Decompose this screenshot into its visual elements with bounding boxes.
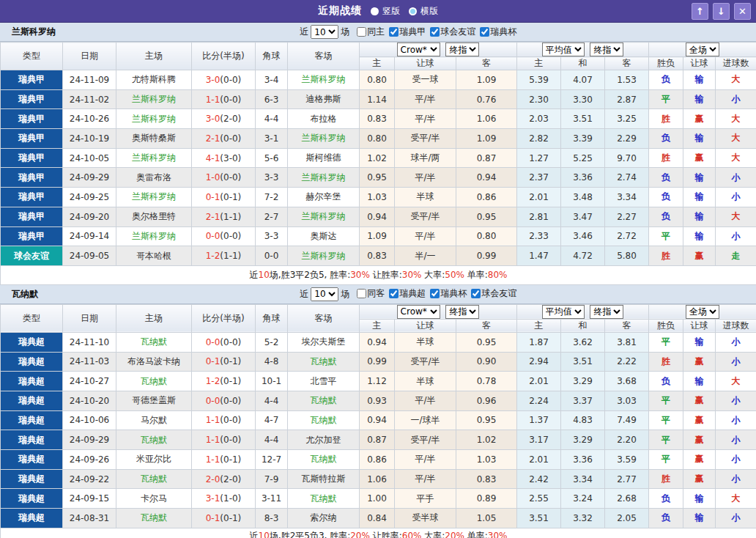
odds-home-cell: 0.94 <box>360 332 395 352</box>
near-label: 近 <box>300 288 308 301</box>
odds-away-cell: 0.83 <box>456 469 517 489</box>
result-goals-cell: 大 <box>716 129 756 149</box>
filter-checkbox-input[interactable] <box>357 289 366 298</box>
away-team-cell: 斯柯维德 <box>288 148 360 168</box>
vertical-radio-label[interactable]: 竖版 <box>382 5 400 18</box>
match-count-select[interactable]: 10 <box>311 25 338 39</box>
match-row: 瑞典甲24-09-25兰斯科罗纳0-1(0-1)7-2赫尔辛堡1.03半球0.8… <box>1 188 756 207</box>
odds-home-cell: 0.84 <box>360 509 395 528</box>
league-type-cell: 瑞典甲 <box>1 148 63 168</box>
filter-checkbox-input[interactable] <box>430 289 440 298</box>
filter-checkbox-input[interactable] <box>389 289 399 298</box>
date-cell: 24-09-05 <box>63 246 116 266</box>
match-count-select[interactable]: 10 <box>311 287 338 301</box>
league-type-cell: 瑞典甲 <box>1 226 63 246</box>
filter-checkbox[interactable]: 球会友谊 <box>427 26 475 38</box>
filter-checkbox[interactable]: 同主 <box>354 26 385 38</box>
match-row: 瑞典超24-08-31瓦纳默0-1(0-1)8-3索尔纳0.84受半球1.053… <box>1 509 756 528</box>
avg-draw-cell: 3.39 <box>561 129 605 149</box>
score-cell: 0-1(0-1) <box>192 509 256 528</box>
odds-stage-select[interactable]: 终指 <box>445 305 479 319</box>
match-row: 瑞典甲24-11-09尤特斯科腾3-0(0-0)3-4兰斯科罗纳0.80受一球1… <box>1 70 756 90</box>
filter-checkbox-input[interactable] <box>480 27 489 37</box>
filter-checkbox-input[interactable] <box>471 289 481 298</box>
filter-checkbox[interactable]: 同客 <box>354 287 385 300</box>
avg-stage-select[interactable]: 终指 <box>590 43 623 56</box>
score-cell: 1-1(0-0) <box>192 410 256 430</box>
filter-checkbox[interactable]: 瑞典甲 <box>386 26 426 38</box>
away-team-cell: 索尔纳 <box>288 509 360 528</box>
result-handicap-cell: 赢 <box>683 109 716 129</box>
away-team-cell: 瓦纳默 <box>288 391 360 410</box>
odds-home-cell: 0.83 <box>360 246 395 266</box>
scope-select[interactable]: 全场 <box>686 43 719 56</box>
odds-handicap-cell: 受平/半 <box>395 129 456 149</box>
odds-stage-select[interactable]: 终指 <box>445 43 479 56</box>
col-avg-away: 客 <box>605 57 649 70</box>
scope-select[interactable]: 全场 <box>686 305 719 319</box>
corner-cell: 4-8 <box>256 352 288 372</box>
avg-draw-cell: 3.48 <box>561 188 605 207</box>
avg-home-cell: 2.01 <box>517 188 561 207</box>
match-row: 瑞典超24-09-26米亚尔比1-1(0-1)12-7瓦纳默0.86平/半1.0… <box>1 450 756 470</box>
close-button[interactable]: ✕ <box>734 3 751 20</box>
avg-home-cell: 2.55 <box>517 489 561 509</box>
filter-checkbox-label: 球会友谊 <box>481 287 516 300</box>
result-handicap-cell: 赢 <box>683 148 716 168</box>
scroll-up-button[interactable]: ↑ <box>692 3 708 20</box>
avg-home-cell: 1.27 <box>517 148 561 168</box>
avg-draw-cell: 3.37 <box>561 391 605 410</box>
col-date: 日期 <box>63 304 116 332</box>
bookmaker-select[interactable]: Crow* <box>397 43 440 56</box>
scroll-down-button[interactable]: ↓ <box>713 3 730 20</box>
date-cell: 24-10-26 <box>63 109 116 129</box>
avg-away-cell: 2.20 <box>605 430 649 450</box>
avg-draw-cell: 4.07 <box>561 70 605 90</box>
score-cell: 0-1(0-1) <box>192 352 256 372</box>
result-handicap-cell: 输 <box>683 188 716 207</box>
odds-away-cell: 0.99 <box>456 246 517 266</box>
average-select[interactable]: 平均值 <box>542 305 585 319</box>
filter-checkbox[interactable]: 瑞典超 <box>386 287 426 300</box>
summary-segment: 20% <box>350 531 370 538</box>
result-wdl-cell: 负 <box>649 70 683 90</box>
filter-checkbox[interactable]: 瑞典杯 <box>427 287 467 300</box>
filter-checkbox-input[interactable] <box>389 27 399 37</box>
horizontal-radio[interactable] <box>409 7 417 15</box>
match-row: 瑞典甲24-10-26兰斯科罗纳3-0(2-0)4-4布拉格0.83平/半1.0… <box>1 109 756 129</box>
filter-checkbox[interactable]: 瑞典杯 <box>477 26 516 38</box>
result-goals-cell: 小 <box>716 332 756 352</box>
layout-radio-group: 竖版 横版 <box>362 5 438 18</box>
corner-cell: 4-4 <box>256 391 288 410</box>
odds-handicap-cell: 平/半 <box>395 226 456 246</box>
league-type-cell: 瑞典超 <box>1 391 63 410</box>
score-cell: 0-0(0-0) <box>192 332 256 352</box>
filter-checkbox-input[interactable] <box>430 27 440 37</box>
filter-checkbox-label: 瑞典杯 <box>440 287 467 300</box>
horizontal-radio-label[interactable]: 横版 <box>420 5 438 18</box>
vertical-radio[interactable] <box>371 7 379 15</box>
filter-checkbox-label: 球会友谊 <box>440 26 475 38</box>
average-select[interactable]: 平均值 <box>542 43 585 56</box>
avg-away-cell: 3.34 <box>605 188 649 207</box>
col-odds-home: 主 <box>360 57 395 70</box>
filter-checkbox-input[interactable] <box>357 27 366 37</box>
league-type-cell: 瑞典甲 <box>1 89 63 109</box>
result-wdl-cell: 负 <box>649 372 683 391</box>
filter-checkbox[interactable]: 球会友谊 <box>468 287 516 300</box>
bookmaker-select[interactable]: Crow* <box>397 305 440 319</box>
date-cell: 24-10-19 <box>63 129 116 149</box>
avg-home-cell: 2.30 <box>517 89 561 109</box>
match-row: 瑞典超24-11-10瓦纳默0-0(0-0)5-2埃尔夫斯堡0.94半球0.95… <box>1 332 756 352</box>
team-name: 兰斯科罗纳 <box>0 26 56 38</box>
date-cell: 24-11-10 <box>63 332 116 352</box>
odds-away-cell: 1.06 <box>456 109 517 129</box>
result-handicap-cell: 输 <box>683 70 716 90</box>
result-handicap-cell: 赢 <box>683 352 716 372</box>
avg-away-cell: 2.72 <box>605 226 649 246</box>
col-type: 类型 <box>1 304 63 332</box>
league-type-cell: 瑞典甲 <box>1 70 63 90</box>
avg-stage-select[interactable]: 终指 <box>590 305 623 319</box>
away-team-cell: 兰斯科罗纳 <box>288 168 360 188</box>
col-avg-home: 主 <box>517 319 561 332</box>
